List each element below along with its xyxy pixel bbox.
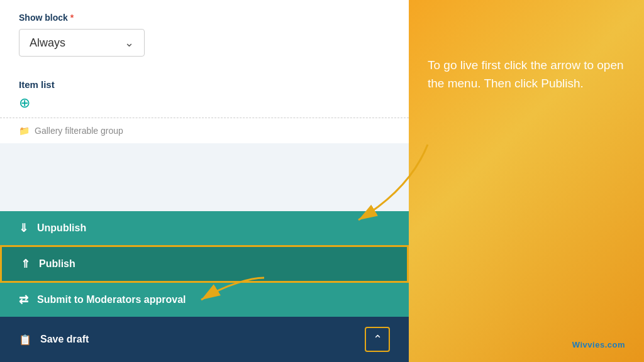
publish-label: Publish — [39, 258, 75, 270]
required-marker: * — [70, 13, 74, 23]
save-draft-label: Save draft — [40, 334, 89, 345]
show-block-dropdown[interactable]: Always ⌄ — [19, 29, 145, 57]
submit-menu-item[interactable]: ⇄ Submit to Moderators approval — [0, 283, 409, 317]
instruction-text: To go live first click the arrow to open… — [428, 57, 625, 92]
folder-icon: 📁 — [19, 126, 30, 136]
chevron-up-icon: ⌃ — [373, 332, 382, 346]
save-draft-menu-item[interactable]: 📋 Save draft ⌃ — [0, 317, 409, 362]
chevron-up-button[interactable]: ⌃ — [365, 327, 390, 352]
gallery-row-text: Gallery filterable group — [35, 126, 123, 136]
publish-menu-item[interactable]: ⇑ Publish — [0, 245, 409, 283]
show-block-text: Show block — [19, 13, 68, 23]
gallery-row: 📁 Gallery filterable group — [0, 118, 409, 143]
add-item-button[interactable]: ⊕ — [19, 95, 390, 111]
left-panel: Show block * Always ⌄ Item list ⊕ 📁 Gall… — [0, 0, 409, 362]
save-draft-left: 📋 Save draft — [19, 334, 89, 346]
submit-icon: ⇄ — [19, 293, 28, 307]
unpublish-icon: ⇓ — [19, 221, 28, 235]
dropdown-value: Always — [30, 36, 65, 50]
show-block-label: Show block * — [19, 13, 390, 23]
item-list-label: Item list — [19, 79, 390, 90]
save-draft-icon: 📋 — [19, 334, 31, 346]
unpublish-menu-item[interactable]: ⇓ Unpublish — [0, 211, 409, 245]
submit-label: Submit to Moderators approval — [37, 294, 186, 305]
unpublish-label: Unpublish — [37, 222, 86, 234]
chevron-down-icon: ⌄ — [125, 36, 134, 50]
item-list-section: Item list ⊕ — [0, 69, 409, 118]
watermark-text: Wivvies.com — [572, 340, 625, 349]
publish-dropdown-menu: ⇓ Unpublish ⇑ Publish ⇄ Submit to Modera… — [0, 211, 409, 362]
form-content: Show block * Always ⌄ — [0, 0, 409, 69]
right-panel: To go live first click the arrow to open… — [409, 0, 644, 362]
watermark: Wivvies.com — [572, 340, 625, 349]
right-arrow-annotation — [409, 126, 644, 251]
publish-icon: ⇑ — [21, 257, 30, 271]
